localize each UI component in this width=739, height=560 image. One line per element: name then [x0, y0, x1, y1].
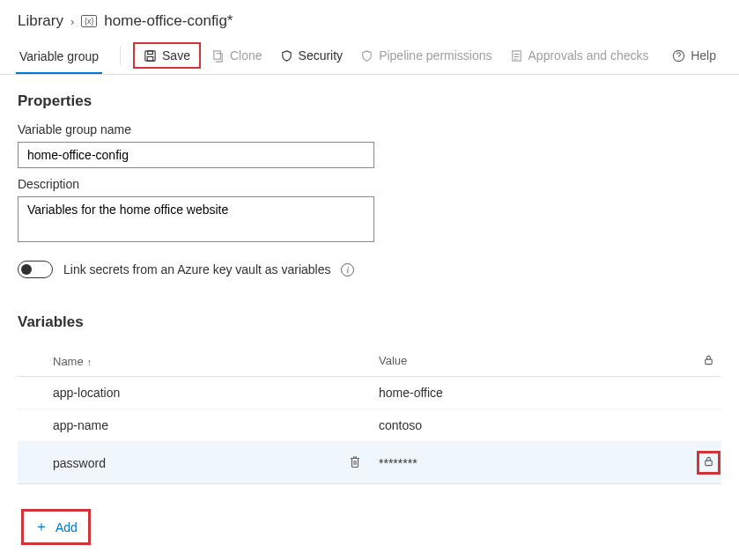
svg-rect-3 [214, 50, 221, 58]
pipeline-permissions-button[interactable]: Pipeline permissions [353, 44, 499, 67]
column-header-value[interactable]: Value [379, 354, 695, 369]
table-row[interactable]: app-locationhome-office [18, 377, 721, 409]
svg-rect-6 [705, 359, 711, 365]
add-button[interactable]: ＋ Add [21, 509, 91, 545]
breadcrumb-library[interactable]: Library [18, 12, 63, 30]
svg-rect-7 [705, 461, 711, 466]
help-label: Help [691, 48, 716, 63]
description-input[interactable]: Variables for the home office website [18, 196, 374, 242]
clone-button[interactable]: Clone [204, 44, 270, 67]
approvals-label: Approvals and checks [528, 48, 649, 63]
variable-name: app-location [53, 386, 120, 400]
shield-icon [280, 49, 293, 63]
clone-icon [211, 49, 225, 63]
toolbar-divider [120, 46, 121, 65]
table-row[interactable]: password******** [18, 442, 721, 484]
shield-outline-icon [360, 49, 373, 63]
breadcrumb-title: home-office-config* [104, 12, 233, 30]
link-secrets-toggle[interactable] [18, 261, 53, 278]
variable-group-name-input[interactable] [18, 142, 374, 168]
variable-name: app-name [53, 418, 108, 432]
help-icon [672, 49, 685, 63]
pipeline-label: Pipeline permissions [379, 48, 491, 63]
variable-value-cell[interactable]: home-office [379, 386, 695, 400]
column-header-lock [695, 354, 721, 369]
variables-table: Name ↑ Value app-locationhome-officeapp-… [18, 349, 721, 484]
svg-rect-2 [147, 56, 153, 61]
add-label: Add [55, 520, 78, 534]
column-header-name[interactable]: Name ↑ [53, 354, 379, 369]
table-row[interactable]: app-namecontoso [18, 409, 721, 442]
checklist-icon [510, 49, 523, 63]
variable-lock-cell[interactable] [695, 451, 721, 475]
security-button[interactable]: Security [273, 44, 351, 67]
delete-icon[interactable] [349, 455, 361, 471]
plus-icon: ＋ [34, 518, 48, 536]
save-button[interactable]: Save [133, 42, 201, 69]
link-secrets-label: Link secrets from an Azure key vault as … [63, 262, 330, 276]
security-label: Security [299, 48, 344, 63]
approvals-button[interactable]: Approvals and checks [503, 44, 656, 67]
variable-value-cell[interactable]: ******** [379, 456, 695, 470]
variable-name-cell[interactable]: app-name [53, 418, 379, 432]
save-icon [144, 49, 157, 63]
breadcrumb: Library › {x} home-office-config* [0, 0, 739, 37]
variable-name-cell[interactable]: password [53, 455, 379, 471]
help-button[interactable]: Help [665, 44, 723, 67]
properties-heading: Properties [18, 92, 721, 110]
name-header-label: Name [53, 355, 84, 368]
tab-variable-group[interactable]: Variable group [16, 42, 102, 74]
description-label: Description [18, 177, 721, 191]
svg-rect-0 [145, 50, 155, 60]
variable-value-cell[interactable]: contoso [379, 418, 695, 432]
svg-rect-1 [148, 50, 153, 54]
link-secrets-row: Link secrets from an Azure key vault as … [18, 261, 721, 278]
sort-ascending-icon: ↑ [87, 357, 92, 367]
variables-header-row: Name ↑ Value [18, 349, 721, 377]
save-label: Save [162, 48, 190, 63]
info-icon[interactable]: i [341, 263, 354, 276]
variable-name-cell[interactable]: app-location [53, 386, 379, 400]
clone-label: Clone [230, 48, 262, 63]
toolbar: Variable group Save Clone Security Pipel… [0, 37, 739, 75]
lock-icon [703, 354, 714, 366]
variable-name: password [53, 456, 106, 470]
content: Properties Variable group name Descripti… [0, 75, 739, 559]
secret-lock-badge[interactable] [697, 451, 721, 475]
name-label: Variable group name [18, 122, 721, 136]
breadcrumb-separator: › [70, 15, 74, 28]
variable-group-icon: {x} [81, 15, 97, 27]
variables-heading: Variables [18, 313, 721, 331]
